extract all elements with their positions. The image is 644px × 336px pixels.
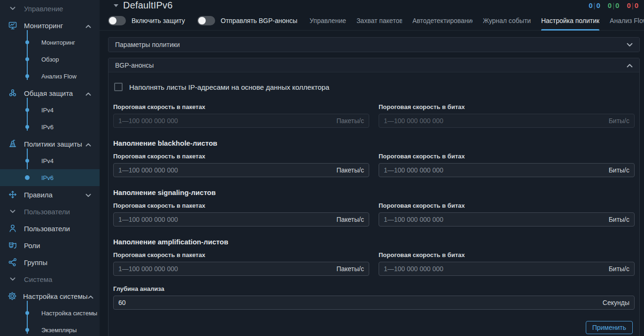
chevron-down-icon [8, 210, 18, 213]
sidebar-item-polzovateli[interactable]: Пользователи [0, 220, 100, 237]
panel-bgp-header[interactable]: BGP-анонсы [109, 58, 639, 72]
unit-suffix: Биты/с [609, 265, 629, 273]
sidebar-item-nastroika-sistemy-sub[interactable]: Настройка системы [0, 305, 100, 321]
packets-threshold-input[interactable] [118, 166, 332, 174]
threshold-row-amplification: Пороговая скорость в пакетах Пакеты/с По… [113, 251, 635, 276]
bits-threshold-input-box: Биты/с [379, 262, 635, 276]
unit-suffix: Пакеты/с [336, 265, 364, 273]
bits-threshold-input-box: Биты/с [379, 212, 635, 227]
sidebar-subtree-politiki: IPv4 IPv6 [0, 152, 100, 186]
tab-avtodetektirovanie[interactable]: Автодетектирование [412, 11, 473, 31]
tab-zahvat-paketov[interactable]: Захват пакетов [357, 11, 402, 31]
sidebar-item-pravila[interactable]: Правила [0, 186, 100, 203]
packets-threshold-field: Пороговая скорость в пакетах Пакеты/с [113, 202, 369, 227]
packets-threshold-input[interactable] [118, 216, 332, 223]
enable-protection-toggle[interactable]: Включить защиту [108, 16, 185, 25]
bits-threshold-input[interactable] [384, 265, 604, 273]
packets-threshold-input[interactable] [118, 117, 332, 125]
page-title[interactable]: DefaultIPv6 [123, 0, 173, 11]
tab-nastroika-politik[interactable]: Настройка политик [541, 11, 599, 31]
apply-button[interactable]: Применить [586, 321, 633, 334]
sidebar-item-label: Группы [24, 258, 100, 266]
sidebar-item-ipv4-general[interactable]: IPv4 [0, 102, 100, 118]
sidebar-item-label: Пользователи [24, 225, 100, 233]
chevron-up-icon [85, 22, 91, 30]
analysis-depth-input[interactable] [118, 299, 598, 306]
chevron-up-icon [85, 140, 91, 148]
threshold-row-blackhole: Пороговая скорость в пакетах Пакеты/с По… [113, 153, 635, 177]
unit-suffix: Биты/с [609, 117, 629, 125]
sidebar-item-ekzemplyary[interactable]: Экземпляры [0, 321, 100, 336]
counter-red: 0|0 [627, 1, 638, 9]
checkbox-unchecked-icon[interactable] [114, 83, 123, 91]
sidebar-item-nastroika-sistemy[interactable]: Настройка системы [0, 288, 100, 305]
sidebar-subtree-sistema: Настройка системы Экземпляры [0, 305, 100, 336]
sidebar-item-obshchaya-zashchita[interactable]: Общая защита [0, 85, 100, 102]
section-title-signaling: Наполнение signaling-листов [113, 188, 635, 196]
sidebar-item-obzor[interactable]: Обзор [0, 51, 100, 68]
packets-threshold-field: Пороговая скорость в пакетах Пакеты/с [113, 103, 369, 128]
toggle-off-icon [197, 16, 215, 25]
cluster-shield-icon [8, 88, 18, 98]
threshold-row-signaling: Пороговая скорость в пакетах Пакеты/с По… [113, 202, 635, 227]
chevron-down-icon [8, 277, 18, 281]
monitor-icon [8, 20, 18, 31]
sidebar-subtree-obshchaya: IPv4 IPv6 [0, 102, 100, 135]
sidebar-item-label: Общая защита [24, 89, 85, 97]
sidebar-item-label: Настройка системы [23, 292, 88, 300]
gear-icon [8, 291, 17, 301]
sidebar-item-label: Правила [24, 191, 85, 199]
sidebar-item-label: Роли [24, 242, 100, 250]
sidebar-item-ipv4-policy[interactable]: IPv4 [0, 152, 100, 169]
title-bar: DefaultIPv6 0|0 0|0 0|0 [100, 0, 644, 11]
packets-threshold-input-box: Пакеты/с [113, 114, 369, 128]
sidebar-item-roli[interactable]: Роли [0, 237, 100, 254]
panel-policy-params-header[interactable]: Параметры политики [109, 38, 639, 52]
title-caret-icon[interactable] [114, 4, 118, 7]
sidebar-item-monitoring[interactable]: Мониторинг [0, 17, 100, 34]
sidebar-group-label: Пользователи [24, 208, 100, 216]
collector-checkbox-row[interactable]: Наполнять листы IP-адресами на основе да… [114, 83, 635, 91]
bits-threshold-input[interactable] [384, 117, 604, 125]
bgp-form: Наполнять листы IP-адресами на основе да… [109, 72, 639, 336]
chevron-up-icon [627, 62, 633, 69]
sidebar-group-sistema[interactable]: Система [0, 271, 100, 288]
network-nodes-icon [8, 257, 18, 267]
bits-threshold-input-box: Биты/с [379, 163, 635, 177]
sidebar-item-monitoring-sub[interactable]: Мониторинг [0, 34, 100, 51]
chevron-down-icon [8, 7, 18, 10]
sidebar-item-politiki-zashchity[interactable]: Политики защиты [0, 135, 100, 152]
counter-blue: 0|0 [589, 1, 600, 9]
chevron-down-icon [627, 41, 633, 48]
threshold-row-collector: Пороговая скорость в пакетах Пакеты/с По… [113, 103, 635, 128]
packets-threshold-input[interactable] [118, 265, 332, 273]
section-title-amplification: Наполнение amplification-листов [113, 238, 635, 246]
toggle-off-icon [108, 16, 126, 25]
tab-analiz-flow[interactable]: Анализ Flow [610, 11, 644, 31]
sidebar-item-analiz-flow[interactable]: Анализ Flow [0, 68, 100, 85]
sidebar-item-gruppy[interactable]: Группы [0, 254, 100, 271]
bits-threshold-input[interactable] [384, 216, 604, 223]
packets-threshold-input-box: Пакеты/с [113, 212, 369, 227]
sidebar-item-ipv6-general[interactable]: IPv6 [0, 118, 100, 135]
user-icon [8, 223, 18, 234]
sidebar-item-label: Мониторинг [24, 22, 85, 30]
unit-suffix: Биты/с [609, 166, 629, 174]
analysis-depth-input-box: Секунды [113, 296, 635, 310]
status-counters: 0|0 0|0 0|0 [589, 1, 638, 9]
send-bgp-announces-toggle[interactable]: Отправлять BGP-анонсы [197, 16, 297, 25]
apply-row: Применить [113, 321, 633, 334]
tab-upravlenie[interactable]: Управление [310, 11, 346, 31]
crossroads-icon [8, 189, 18, 200]
tab-zhurnal-sobytiy[interactable]: Журнал событий [483, 11, 531, 31]
main-area: DefaultIPv6 0|0 0|0 0|0 Включить защиту … [100, 0, 644, 336]
bits-threshold-field: Пороговая скорость в битах Биты/с [379, 103, 635, 128]
sidebar-subtree-monitoring: Мониторинг Обзор Анализ Flow [0, 34, 100, 85]
sidebar-group-upravlenie[interactable]: Управление [0, 0, 100, 17]
collector-checkbox-label: Наполнять листы IP-адресами на основе да… [129, 83, 329, 91]
bits-threshold-input[interactable] [384, 166, 604, 174]
bits-threshold-field: Пороговая скорость в битах Биты/с [379, 202, 635, 227]
unit-suffix: Секунды [603, 299, 629, 306]
sidebar-item-ipv6-policy[interactable]: IPv6 [0, 169, 100, 186]
sidebar-group-polzovateli[interactable]: Пользователи [0, 203, 100, 220]
